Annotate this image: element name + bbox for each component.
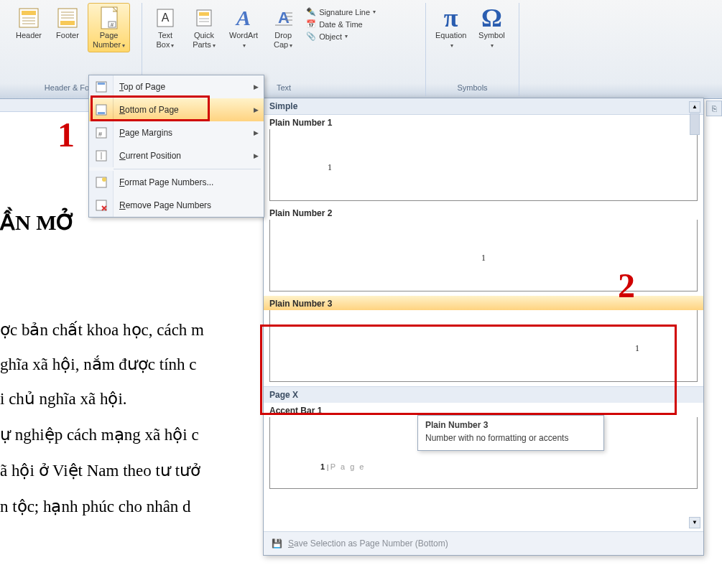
page-margins-icon: # [89,121,114,144]
date-time-icon: 📅 [306,19,316,29]
gallery-item-plain-number-2[interactable]: Plain Number 2 1 [264,205,703,291]
current-position-icon [89,144,114,167]
svg-rect-16 [199,12,209,16]
symbol-icon: Ω [480,6,503,29]
group-label-symbols: Symbols [430,81,514,96]
object-icon: 📎 [306,32,316,41]
equation-button[interactable]: π Equation▾ [430,3,471,52]
top-of-page-icon [89,75,114,98]
document-heading: ẦN MỞ [0,210,75,235]
menu-page-margins[interactable]: # Page Margins ▶ [89,121,264,144]
menu-remove-page-numbers[interactable]: Remove Page Numbers [89,194,264,217]
svg-rect-1 [22,11,36,15]
page-number-icon: # [98,6,121,29]
gallery-item-plain-number-1[interactable]: Plain Number 1 1 [264,115,703,201]
remove-page-numbers-icon [89,194,114,217]
gallery-scroll-up[interactable]: ▲ [689,101,700,113]
wordart-button[interactable]: A WordArt▾ [224,3,263,52]
header-icon [17,6,40,29]
page-number-gallery: Simple Plain Number 1 1 Plain Number 2 1… [263,98,704,556]
footer-icon [56,6,79,29]
menu-format-page-numbers[interactable]: Format Page Numbers... [89,171,264,194]
svg-text:A: A [162,11,170,24]
gallery-scroll-thumb[interactable] [690,113,700,135]
page-number-menu: TTop of Pageop of Page ▶ Bottom of Page … [88,75,264,218]
signature-icon: ✒️ [306,7,316,17]
gallery-section-simple: Simple [264,98,703,115]
drop-cap-button[interactable]: A Drop Cap▾ [264,3,302,52]
preview-plain-number-1: 1 [269,129,698,201]
document-text: ự nghiệp cách mạng xã hội c [0,425,199,444]
svg-text:A: A [278,9,290,27]
document-text: ợc bản chất khoa học, cách m [0,320,204,340]
signature-line-button[interactable]: ✒️Signature Line▾ [303,6,379,18]
submenu-arrow-icon: ▶ [254,152,264,159]
svg-rect-9 [60,21,75,25]
svg-point-33 [102,177,106,182]
wordart-icon: A [232,6,255,29]
document-text: ã hội ở Việt Nam theo tư tưở [0,461,200,480]
svg-rect-27 [98,112,105,114]
gallery-section-page-x: Page X [264,386,703,403]
document-text: ghĩa xã hội, nắm được tính c [0,355,197,374]
submenu-arrow-icon: ▶ [254,83,264,90]
preview-plain-number-3: 1 [269,310,698,382]
menu-top-of-page[interactable]: TTop of Pageop of Page ▶ [89,75,264,98]
text-box-icon: A [154,6,177,29]
text-box-button[interactable]: A Text Box▾ [147,3,184,52]
svg-text:#: # [110,22,114,28]
submenu-arrow-icon: ▶ [254,106,264,113]
object-button[interactable]: 📎Object▾ [303,30,379,42]
date-time-button[interactable]: 📅Date & Time [303,18,379,30]
symbol-button[interactable]: Ω Symbol▾ [473,3,510,52]
svg-rect-25 [98,83,105,85]
menu-bottom-of-page[interactable]: Bottom of Page ▶ [89,98,264,121]
drop-cap-icon: A [272,6,295,29]
submenu-arrow-icon: ▶ [254,129,264,136]
document-text: i chủ nghĩa xã hội. [0,389,127,409]
document-map-icon[interactable]: ⎘ [706,101,722,116]
annotation-2: 2 [618,266,635,305]
quick-parts-button[interactable]: Quick Parts▾ [185,3,223,52]
menu-current-position[interactable]: Current Position ▶ [89,144,264,167]
quick-parts-icon [193,6,216,29]
tooltip-plain-number-3: Plain Number 3 Number with no formatting… [417,415,604,451]
save-selection-button: 💾 Save Selection as Page Number (Bottom) [264,531,703,555]
bottom-of-page-icon [89,98,114,121]
annotation-1: 1 [57,115,75,154]
document-text: n tộc; hạnh phúc cho nhân d [0,497,191,516]
page-number-button[interactable]: # Page Number▾ [88,3,130,52]
equation-icon: π [440,6,463,29]
svg-text:#: # [98,131,102,138]
save-selection-icon: 💾 [269,536,284,551]
menu-separator [114,169,261,169]
gallery-item-plain-number-3[interactable]: Plain Number 3 1 [264,296,703,382]
footer-button[interactable]: Footer [49,3,86,42]
format-page-numbers-icon [89,171,114,194]
gallery-scroll-down[interactable]: ▼ [689,517,700,528]
header-button[interactable]: Header [10,3,47,42]
